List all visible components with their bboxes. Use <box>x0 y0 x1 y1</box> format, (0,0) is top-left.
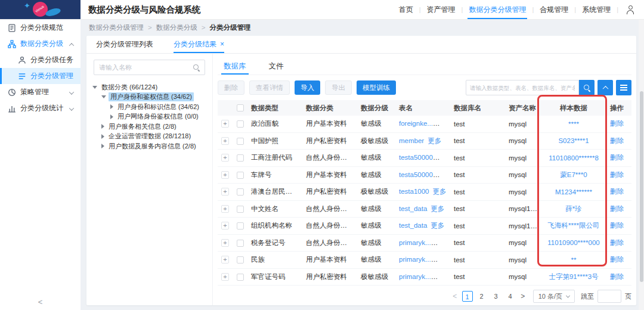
row-checkbox[interactable] <box>237 274 244 281</box>
toolbar-button-3[interactable]: 导入 <box>295 80 320 95</box>
table-name-link[interactable]: primaryk... <box>399 273 438 280</box>
tree-node[interactable]: 用户网络身份鉴权信息 (0/0) <box>92 112 212 122</box>
tree-node[interactable]: 用户身份和标识信息 (34/62) <box>92 102 212 112</box>
row-checkbox[interactable] <box>237 172 244 179</box>
delete-link[interactable]: 删除 <box>610 239 624 246</box>
tree-node[interactable]: 用户身份和鉴权信息 (34/62) <box>92 92 212 103</box>
row-expand-button[interactable]: + <box>221 154 229 162</box>
sample-data-link[interactable]: 11010800******8 <box>549 154 599 162</box>
tree-node[interactable]: 用户服务相关信息 (2/8) <box>92 122 212 132</box>
column-settings-button[interactable] <box>616 80 631 95</box>
table-name-link[interactable]: primaryk... <box>399 256 438 263</box>
table-row[interactable]: +中文姓名自然人身份标识敏感级test_data更多testmysql131薛*… <box>218 201 631 218</box>
caret-right-icon[interactable] <box>110 104 113 109</box>
more-link[interactable]: 更多 <box>431 222 444 229</box>
table-name-link[interactable]: testa50000 <box>399 154 439 161</box>
sample-data-link[interactable]: S023****1 <box>558 137 589 144</box>
row-expand-button[interactable]: + <box>221 120 229 128</box>
table-name-link[interactable]: test_data <box>399 222 427 229</box>
pagination-page-2[interactable]: 2 <box>476 291 487 302</box>
table-row[interactable]: +民族用户基本资料敏感级primaryk...更多testmysql**删除 <box>218 252 631 269</box>
sidebar-item[interactable]: 分类分级管理 <box>0 68 80 84</box>
table-row[interactable]: +车牌号用户基本资料敏感级testa50000更多testmysql蒙E7***… <box>218 167 631 184</box>
row-checkbox[interactable] <box>237 120 244 128</box>
delete-link[interactable]: 删除 <box>610 188 624 195</box>
row-expand-button[interactable]: + <box>221 256 229 264</box>
delete-link[interactable]: 删除 <box>610 205 624 212</box>
pagination-page-4[interactable]: 4 <box>505 291 516 302</box>
tree-node[interactable]: 用户数据及服务内容信息 (2/8) <box>92 141 212 151</box>
pagination-prev-button[interactable]: < <box>450 292 460 300</box>
caret-right-icon[interactable] <box>101 134 104 139</box>
sidebar-item[interactable]: 分类分级统计 <box>0 100 80 116</box>
tab-result[interactable]: 分类分级结果× <box>174 36 224 53</box>
top-nav-item[interactable]: 系统管理 <box>582 0 611 19</box>
sample-data-link[interactable]: M1234****** <box>555 188 592 196</box>
breadcrumb-item[interactable]: 数据分类分级 <box>156 24 197 31</box>
row-expand-button[interactable]: + <box>221 205 229 213</box>
tab-manage-list[interactable]: 分类分级管理列表 <box>96 36 153 53</box>
top-nav-item[interactable]: 合规管理 <box>540 0 568 19</box>
toolbar-button-5[interactable]: 模型训练 <box>357 80 396 95</box>
row-expand-button[interactable]: + <box>221 171 229 179</box>
table-row[interactable]: +工商注册代码自然人身份标识敏感级testa50000更多testmysql11… <box>218 150 631 167</box>
row-checkbox[interactable] <box>237 154 244 162</box>
close-icon[interactable]: × <box>220 40 224 48</box>
search-icon[interactable] <box>193 64 200 71</box>
sample-data-link[interactable]: ** <box>571 256 577 264</box>
row-expand-button[interactable]: + <box>221 239 229 247</box>
delete-link[interactable]: 删除 <box>610 120 624 127</box>
tree-node[interactable]: 企业运营管理数据 (28/1218) <box>92 132 212 142</box>
sidebar-item[interactable]: 分类分级规范 <box>0 20 80 36</box>
sidebar-collapse-button[interactable]: < <box>0 297 80 306</box>
caret-down-icon[interactable] <box>92 86 97 89</box>
row-checkbox[interactable] <box>237 240 244 247</box>
jump-page-input[interactable] <box>597 290 621 303</box>
table-name-link[interactable]: testa50000 <box>399 171 439 178</box>
table-name-link[interactable]: testa1000 <box>399 188 429 195</box>
tree-node[interactable]: 数据分类 (66/1224) <box>92 82 212 92</box>
table-row[interactable]: +税务登记号自然人身份标识敏感级primaryk...更多testmysql11… <box>218 235 631 252</box>
row-expand-button[interactable]: + <box>221 188 229 196</box>
table-row[interactable]: +中国护照用户私密资料极敏感级member更多testmysqlS023****… <box>218 133 631 150</box>
caret-right-icon[interactable] <box>110 114 113 119</box>
table-name-link[interactable]: test_data <box>399 205 427 212</box>
page-size-select[interactable]: 10 条/页 <box>533 290 575 303</box>
more-link[interactable]: 更多 <box>433 188 447 195</box>
row-expand-button[interactable]: + <box>221 222 229 230</box>
top-nav-item[interactable]: 首页 <box>399 0 413 19</box>
sidebar-item[interactable]: 分类分级任务 <box>0 52 80 68</box>
more-link[interactable]: 更多 <box>431 205 444 212</box>
sidebar-item[interactable]: 策略管理 <box>0 84 80 100</box>
vertical-scrollbar[interactable] <box>639 20 644 310</box>
table-row[interactable]: +政治面貌用户基本资料敏感级foreignke...更多testmysql***… <box>218 116 631 133</box>
table-row[interactable]: +港澳台居民来往内地...用户私密资料极敏感级testa1000更多testmy… <box>218 184 631 201</box>
delete-link[interactable]: 删除 <box>610 154 624 161</box>
row-checkbox[interactable] <box>237 138 244 145</box>
pagination-next-button[interactable]: > <box>518 292 528 300</box>
table-row[interactable]: +军官证号码用户私密资料极敏感级primaryk...更多testmysql士字… <box>218 269 631 286</box>
breadcrumb-item[interactable]: 分类分级管理 <box>209 24 250 31</box>
tab-file[interactable]: 文件 <box>269 58 284 75</box>
scrollbar-thumb[interactable] <box>640 91 643 282</box>
tree-search-input[interactable] <box>99 64 193 71</box>
tree-search-box[interactable] <box>94 60 205 75</box>
table-row[interactable]: +组织机构名称自然人身份标识敏感级test_data更多testmysql131… <box>218 218 631 235</box>
delete-link[interactable]: 删除 <box>610 137 624 144</box>
caret-right-icon[interactable] <box>101 124 104 129</box>
row-checkbox[interactable] <box>237 222 244 230</box>
delete-link[interactable]: 删除 <box>610 273 624 280</box>
sidebar-item[interactable]: 数据分类分级 <box>0 36 80 52</box>
search-button[interactable] <box>579 80 595 95</box>
top-nav-item[interactable]: 资产管理 <box>427 0 456 19</box>
sample-data-link[interactable]: 薛*珍 <box>565 205 581 212</box>
select-all-checkbox[interactable] <box>237 104 244 111</box>
row-expand-button[interactable]: + <box>221 137 229 145</box>
delete-link[interactable]: 删除 <box>610 171 624 178</box>
delete-link[interactable]: 删除 <box>610 222 624 229</box>
sample-data-link[interactable]: 11010900****000 <box>547 239 599 246</box>
table-name-link[interactable]: primaryk... <box>399 239 438 246</box>
sample-data-link[interactable]: **** <box>568 120 579 128</box>
table-name-link[interactable]: foreignke... <box>399 120 439 127</box>
more-link[interactable]: 更多 <box>428 137 441 144</box>
